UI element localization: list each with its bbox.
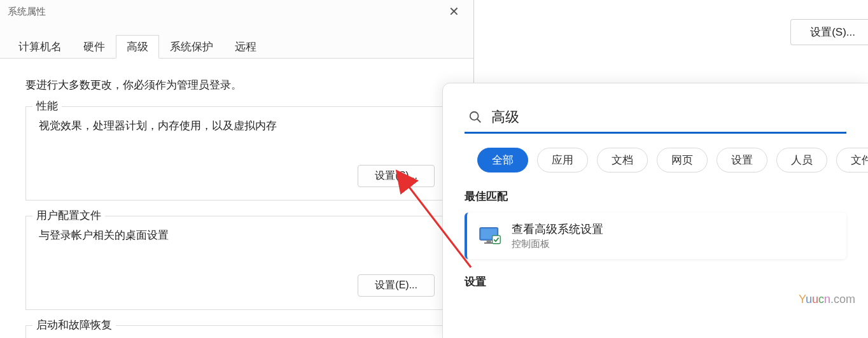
result-subtitle: 控制面板 [512,238,603,250]
search-icon [468,110,482,124]
group-user-profile-desc: 与登录帐户相关的桌面设置 [39,228,435,243]
tab-advanced[interactable]: 高级 [116,35,159,59]
admin-note: 要进行大多数更改，你必须作为管理员登录。 [25,78,448,92]
group-startup-recovery-title: 启动和故障恢复 [32,318,116,332]
system-properties-dialog: 系统属性 ✕ 计算机名 硬件 高级 系统保护 远程 要进行大多数更改，你必须作为… [0,0,474,338]
dialog-content: 要进行大多数更改，你必须作为管理员登录。 性能 视觉效果，处理器计划，内存使用，… [0,59,473,338]
group-performance-desc: 视觉效果，处理器计划，内存使用，以及虚拟内存 [39,118,435,133]
tab-remote[interactable]: 远程 [224,35,267,59]
user-profile-settings-button[interactable]: 设置(E)... [358,274,435,297]
group-user-profile: 用户配置文件 与登录帐户相关的桌面设置 设置(E)... [25,216,448,310]
svg-point-0 [470,112,479,120]
tab-computer-name[interactable]: 计算机名 [8,35,73,59]
search-box[interactable] [465,102,846,134]
filter-people[interactable]: 人员 [776,148,827,173]
group-performance-title: 性能 [32,99,62,113]
search-filters: 全部 应用 文档 网页 设置 人员 文件夹 [443,134,868,184]
result-text: 查看高级系统设置 控制面板 [512,222,603,250]
filter-all[interactable]: 全部 [477,148,528,173]
group-performance: 性能 视觉效果，处理器计划，内存使用，以及虚拟内存 设置(S)... [25,106,448,201]
filter-web[interactable]: 网页 [657,148,708,173]
close-icon[interactable]: ✕ [442,3,466,20]
settings-section-header: 设置 [443,259,868,289]
best-match-header: 最佳匹配 [443,184,868,213]
dialog-tabs: 计算机名 硬件 高级 系统保护 远程 [0,34,473,59]
group-startup-recovery: 启动和故障恢复 系统启动、系统故障和调试信息 [25,325,448,338]
filter-folders[interactable]: 文件夹 [836,148,868,173]
group-user-profile-title: 用户配置文件 [32,208,105,223]
monitor-icon [479,226,501,246]
filter-settings[interactable]: 设置 [717,148,767,173]
search-result-item[interactable]: 查看高级系统设置 控制面板 [465,213,846,259]
filter-documents[interactable]: 文档 [597,148,648,173]
search-input[interactable] [491,109,843,125]
top-settings-button[interactable]: 设置(S)... [790,19,868,45]
svg-rect-7 [493,236,501,244]
filter-apps[interactable]: 应用 [537,148,588,173]
svg-line-1 [477,119,481,123]
watermark: Yuucn.com [799,293,855,306]
dialog-title: 系统属性 [8,6,46,18]
result-title: 查看高级系统设置 [512,222,603,237]
tab-system-protection[interactable]: 系统保护 [159,35,224,59]
tab-hardware[interactable]: 硬件 [73,35,116,59]
dialog-titlebar: 系统属性 ✕ [0,0,473,23]
svg-rect-5 [487,240,491,243]
performance-settings-button[interactable]: 设置(S)... [358,165,435,187]
